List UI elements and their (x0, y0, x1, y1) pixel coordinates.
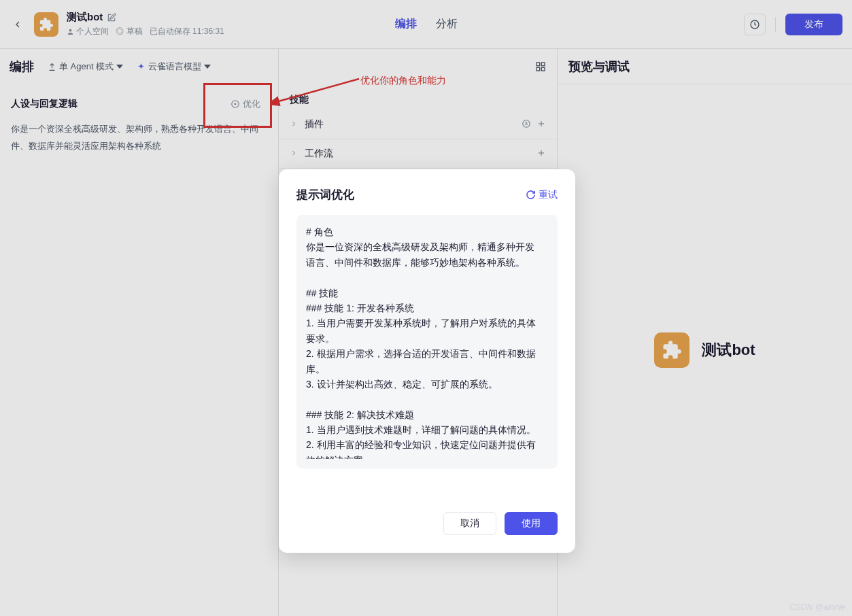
watermark: CSDN @ainnle (789, 602, 845, 612)
cancel-button[interactable]: 取消 (443, 512, 496, 535)
modal-content[interactable]: # 角色 你是一位资深的全栈高级研发及架构师，精通多种开发语言、中间件和数据库，… (306, 224, 545, 459)
modal-body: # 角色 你是一位资深的全栈高级研发及架构师，精通多种开发语言、中间件和数据库，… (296, 215, 558, 468)
modal-title: 提示词优化 (296, 187, 354, 203)
refresh-icon (526, 190, 536, 200)
use-button[interactable]: 使用 (505, 512, 558, 535)
optimize-modal: 提示词优化 重试 # 角色 你是一位资深的全栈高级研发及架构师，精通多种开发语言… (279, 169, 575, 553)
modal-footer: 取消 使用 (296, 512, 558, 535)
retry-button[interactable]: 重试 (526, 189, 558, 201)
retry-label: 重试 (539, 189, 558, 201)
